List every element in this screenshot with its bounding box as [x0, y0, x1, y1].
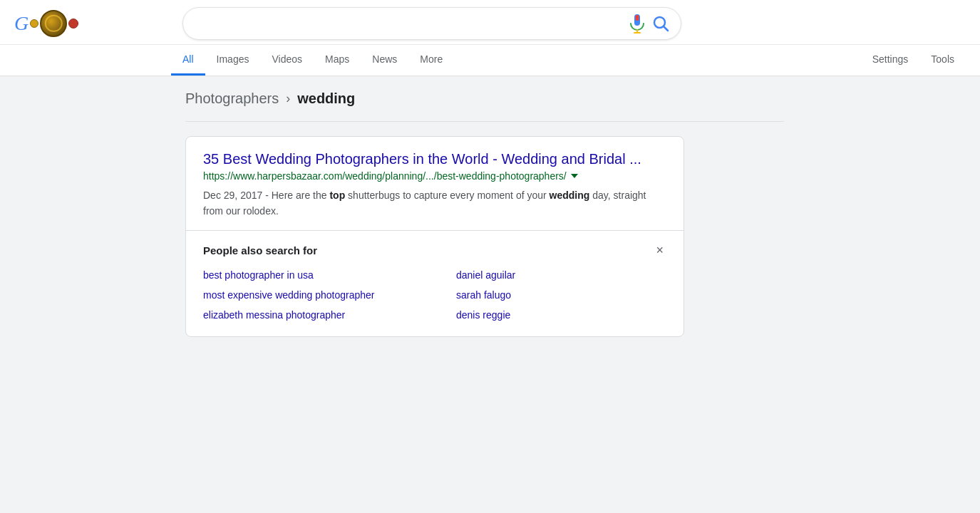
google-logo: G	[14, 10, 171, 37]
result-snippet: Dec 29, 2017 - Here are the top shutterb…	[203, 187, 666, 219]
doodle-g-letter: G	[14, 12, 29, 35]
paf-link-0[interactable]: best photographer in usa	[203, 268, 413, 282]
tab-all[interactable]: All	[171, 45, 205, 76]
paf-grid: best photographer in usa daniel aguilar …	[203, 268, 666, 322]
snippet-bold-1: top	[329, 190, 345, 201]
paf-header: People also search for ×	[203, 242, 666, 258]
dropdown-arrow-icon[interactable]	[571, 174, 578, 178]
svg-rect-1	[636, 15, 639, 21]
paf-title: People also search for	[203, 244, 317, 256]
paf-link-3[interactable]: sarah falugo	[456, 288, 666, 302]
breadcrumb-separator: ›	[286, 91, 290, 106]
paf-link-5[interactable]: denis reggie	[456, 308, 666, 322]
main-content: Photographers › wedding 35 Best Wedding …	[0, 76, 784, 351]
tab-more[interactable]: More	[408, 45, 454, 76]
header-top: G top wedding photographer	[0, 0, 980, 44]
nav-tabs: All Images Videos Maps News More Setting…	[0, 44, 980, 76]
header: G top wedding photographer	[0, 0, 980, 76]
tab-news[interactable]: News	[361, 45, 408, 76]
tab-tools[interactable]: Tools	[919, 45, 966, 76]
breadcrumb-parent[interactable]: Photographers	[185, 90, 279, 107]
content-divider	[185, 121, 784, 122]
close-paf-button[interactable]: ×	[653, 242, 666, 258]
result-url: https://www.harpersbazaar.com/wedding/pl…	[203, 170, 567, 182]
result-main: 35 Best Wedding Photographers in the Wor…	[186, 137, 684, 230]
nav-right: Settings Tools	[861, 45, 966, 76]
tab-images[interactable]: Images	[205, 45, 261, 76]
result-card: 35 Best Wedding Photographers in the Wor…	[185, 136, 684, 337]
snippet-text-1: - Here are the	[265, 190, 329, 201]
snippet-date: Dec 29, 2017	[203, 190, 262, 201]
paf-link-2[interactable]: most expensive wedding photographer	[203, 288, 413, 302]
tab-settings[interactable]: Settings	[861, 45, 920, 76]
paf-link-1[interactable]: daniel aguilar	[456, 268, 666, 282]
breadcrumb: Photographers › wedding	[185, 90, 784, 107]
paf-link-4[interactable]: elizabeth messina photographer	[203, 308, 413, 322]
search-bar: top wedding photographer	[182, 7, 681, 40]
result-title[interactable]: 35 Best Wedding Photographers in the Wor…	[203, 151, 666, 167]
snippet-text-2: shutterbugs to capture every moment of y…	[348, 190, 549, 201]
people-also-search-section: People also search for × best photograph…	[186, 230, 684, 336]
doodle-circle	[40, 10, 67, 37]
svg-line-5	[664, 26, 668, 31]
doodle-dot-1	[30, 19, 38, 28]
breadcrumb-current: wedding	[297, 90, 355, 107]
doodle-dot-2	[68, 19, 78, 28]
tab-videos[interactable]: Videos	[260, 45, 314, 76]
mic-icon[interactable]	[629, 14, 645, 33]
search-button[interactable]	[652, 15, 669, 32]
tab-maps[interactable]: Maps	[314, 45, 361, 76]
snippet-bold-2: wedding	[550, 190, 590, 201]
search-input[interactable]: top wedding photographer	[195, 16, 622, 31]
google-doodle: G	[14, 10, 78, 37]
search-icon-area	[629, 14, 669, 33]
result-url-row: https://www.harpersbazaar.com/wedding/pl…	[203, 170, 666, 182]
search-bar-wrapper: top wedding photographer	[182, 7, 681, 40]
